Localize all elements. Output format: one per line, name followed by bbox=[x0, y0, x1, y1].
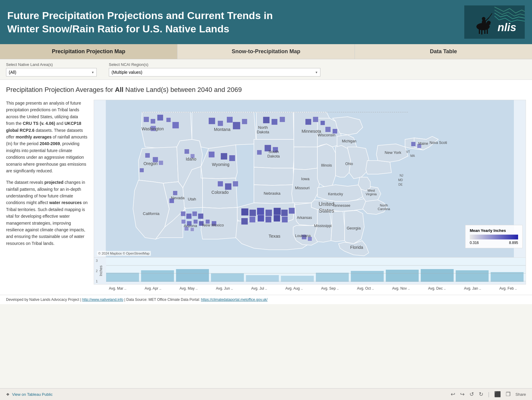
footer-link2[interactable]: https://climatedataportal.metoffice.gov.… bbox=[201, 298, 268, 302]
native-land-co3 bbox=[233, 181, 238, 187]
ncai-region-filter: Select NCAI Region(s) (Multiple values) bbox=[109, 62, 320, 76]
state-nebraska bbox=[254, 167, 294, 185]
map-svg-area[interactable]: Washington Oregon Montana Idaho Wyoming … bbox=[94, 100, 526, 257]
label-ma: MA bbox=[410, 154, 415, 158]
label-missouri: Missouri bbox=[295, 186, 310, 190]
refresh-button[interactable]: ↻ bbox=[479, 391, 483, 398]
label-illinois: Illinois bbox=[321, 163, 332, 167]
redo-button[interactable]: ↪ bbox=[460, 391, 465, 398]
native-land-wa2 bbox=[151, 119, 155, 124]
chart-section: 3 2 1 Inches bbox=[94, 257, 526, 284]
label-north-carolina: North bbox=[380, 203, 388, 207]
chart-y-values: 3 2 1 bbox=[96, 259, 99, 283]
tabs-bar: Precipitation Projection Map Snow-to-Pre… bbox=[0, 44, 532, 59]
svg-rect-15 bbox=[106, 273, 139, 282]
description-para2: The dataset reveals projected changes in… bbox=[6, 179, 88, 247]
description-para1: This page presents an analysis of future… bbox=[6, 100, 88, 174]
svg-rect-7 bbox=[487, 28, 488, 34]
native-land-nd2 bbox=[271, 119, 277, 125]
x-sep: Avg. Sep .. bbox=[321, 286, 339, 291]
section-highlight: All bbox=[115, 86, 123, 93]
native-land-wa6 bbox=[172, 122, 179, 128]
svg-rect-25 bbox=[456, 270, 489, 282]
label-michigan: Michigan bbox=[342, 139, 356, 143]
native-land-mt5 bbox=[242, 119, 247, 124]
native-land-wa1 bbox=[144, 117, 149, 122]
native-land-mn3 bbox=[320, 121, 325, 125]
download-button[interactable]: ⬛ bbox=[494, 391, 501, 398]
svg-rect-16 bbox=[141, 270, 174, 282]
share-button[interactable]: Share bbox=[515, 392, 526, 397]
native-land-sd3 bbox=[257, 150, 262, 155]
label-nova-scotia: Nova Scoti bbox=[430, 141, 447, 145]
x-jan: Avg. Jan .. bbox=[464, 286, 481, 291]
tab-precipitation-map[interactable]: Precipitation Projection Map bbox=[0, 44, 177, 59]
native-land-nm1 bbox=[193, 220, 198, 224]
label-wisconsin: Wisconsin bbox=[317, 133, 335, 137]
chart-x-labels: Avg. Mar .. Avg. Apr .. Avg. May .. Avg.… bbox=[6, 285, 526, 292]
native-land-wy1 bbox=[209, 151, 215, 158]
label-south-dakota2: Dakota bbox=[267, 154, 280, 158]
x-aug: Avg. Aug .. bbox=[285, 286, 303, 291]
native-land-co2 bbox=[225, 183, 232, 190]
native-land-az8 bbox=[190, 228, 194, 231]
label-california: California bbox=[143, 211, 160, 216]
map-container: Washington Oregon Montana Idaho Wyoming … bbox=[94, 100, 526, 285]
legend-max: 8.895 bbox=[509, 241, 518, 245]
label-oregon: Oregon bbox=[144, 161, 158, 166]
footer-middle: | Data Source: MET Office Climate Data P… bbox=[124, 298, 201, 302]
chart-y-label: Inches bbox=[99, 265, 103, 276]
native-land-co1 bbox=[218, 181, 223, 187]
svg-rect-18 bbox=[211, 273, 244, 282]
native-land-select[interactable]: (All) bbox=[6, 68, 97, 76]
native-land-mn2 bbox=[313, 117, 318, 122]
chart-y-wrapper: 3 2 1 Inches bbox=[94, 258, 106, 284]
native-land-ok2 bbox=[249, 210, 256, 216]
footer-link1[interactable]: http://www.nativeland.info bbox=[82, 298, 123, 302]
native-land-mn1 bbox=[305, 119, 311, 125]
header-logo: nlis bbox=[464, 5, 525, 39]
svg-rect-5 bbox=[481, 29, 482, 34]
separator: | bbox=[488, 391, 490, 398]
tableau-icon: ❖ bbox=[6, 392, 10, 397]
section-title: Precipitation Projection Averages for Al… bbox=[6, 86, 526, 94]
main-content: Precipitation Projection Averages for Al… bbox=[0, 80, 532, 295]
ncai-region-select[interactable]: (Multiple values) bbox=[109, 68, 320, 76]
native-land-az3 bbox=[192, 211, 197, 216]
x-may: Avg. May .. bbox=[180, 286, 198, 291]
revert-button[interactable]: ↺ bbox=[469, 391, 474, 398]
tab-data-table[interactable]: Data Table bbox=[355, 44, 532, 59]
y-1: 1 bbox=[96, 279, 98, 283]
label-texas: Texas bbox=[268, 233, 280, 239]
label-maine: Maine bbox=[418, 141, 428, 146]
legend-min: 0.316 bbox=[470, 241, 479, 245]
native-land-label: Select Native Land Area(s) bbox=[6, 62, 97, 67]
native-land-az5 bbox=[181, 220, 186, 224]
text-panel: This page presents an analysis of future… bbox=[6, 100, 94, 285]
native-land-filter: Select Native Land Area(s) (All) bbox=[6, 62, 97, 76]
chart-bars bbox=[106, 258, 526, 282]
native-land-ok10 bbox=[258, 215, 264, 222]
label-iowa: Iowa bbox=[301, 177, 310, 181]
label-colorado: Colorado bbox=[212, 190, 229, 195]
state-pennsylvania bbox=[366, 161, 391, 174]
content-area: This page presents an analysis of future… bbox=[6, 100, 526, 285]
highlight-period: 2040-2069 bbox=[40, 141, 60, 146]
native-land-nd1 bbox=[263, 117, 270, 123]
label-north-dakota2: Dakota bbox=[257, 130, 269, 134]
legend-title: Mean Yearly Inches bbox=[470, 228, 518, 233]
tableau-link[interactable]: View on Tableau Public bbox=[12, 392, 53, 397]
undo-button[interactable]: ↩ bbox=[451, 391, 455, 398]
bottom-right: ↩ ↪ ↺ ↻ | ⬛ ❐ Share bbox=[451, 391, 526, 398]
native-land-wi1 bbox=[325, 127, 331, 132]
native-land-mt2 bbox=[218, 121, 223, 126]
header: Future Precipitation Projections and Cur… bbox=[0, 0, 532, 44]
native-land-or3 bbox=[159, 161, 163, 165]
native-land-ok7 bbox=[289, 208, 295, 214]
label-united-states2: States bbox=[319, 208, 334, 214]
native-land-wa3 bbox=[157, 115, 163, 121]
x-jun: Avg. Jun .. bbox=[216, 286, 233, 291]
tab-snow-map[interactable]: Snow-to-Precipitation Map bbox=[177, 44, 355, 59]
x-jul: Avg. Jul .. bbox=[251, 286, 267, 291]
x-oct: Avg. Oct .. bbox=[357, 286, 374, 291]
